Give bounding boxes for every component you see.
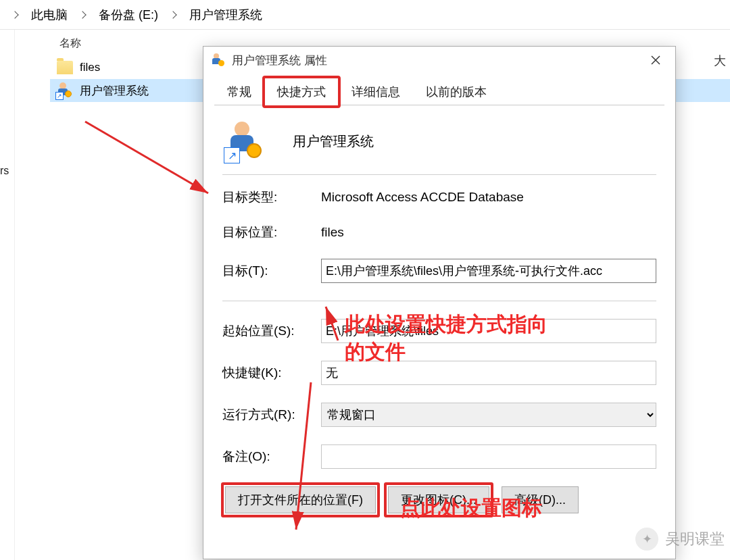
properties-dialog: 用户管理系统 属性 常规 快捷方式 详细信息 以前的版本 ↗ 用户管理系统 目标… <box>203 46 676 559</box>
advanced-button[interactable]: 高级(D)... <box>502 486 579 513</box>
run-mode-select[interactable]: 常规窗口 <box>321 403 656 427</box>
value-target-location: files <box>321 225 656 240</box>
breadcrumb-item-this-pc[interactable]: 此电脑 <box>26 4 73 26</box>
dialog-titlebar: 用户管理系统 属性 <box>203 47 675 74</box>
label-comment: 备注(O): <box>222 448 321 465</box>
shortcut-icon: ↗ <box>57 82 73 99</box>
value-target-type: Microsoft Access ACCDE Database <box>321 190 656 205</box>
label-run: 运行方式(R): <box>222 406 321 424</box>
app-icon: ↗ <box>226 122 266 161</box>
folder-icon <box>57 61 73 74</box>
breadcrumb-item-drive-e[interactable]: 备份盘 (E:) <box>93 4 164 26</box>
file-name: files <box>80 61 100 74</box>
start-in-input[interactable] <box>321 319 656 343</box>
wechat-icon: ✦ <box>635 528 658 551</box>
watermark: ✦ 吴明课堂 <box>635 528 725 551</box>
file-name: 用户管理系统 <box>80 83 149 99</box>
tab-shortcut[interactable]: 快捷方式 <box>264 78 339 105</box>
change-icon-button[interactable]: 更改图标(C)... <box>388 486 489 513</box>
tab-panel-shortcut: ↗ 用户管理系统 目标类型: Microsoft Access ACCDE Da… <box>214 105 664 559</box>
close-button[interactable] <box>640 49 671 71</box>
label-target-type: 目标类型: <box>222 188 321 206</box>
cropped-column-header: 大 <box>714 53 726 69</box>
dialog-title: 用户管理系统 属性 <box>232 53 640 68</box>
nav-column <box>15 30 50 560</box>
tab-general[interactable]: 常规 <box>214 78 264 105</box>
breadcrumb-item-folder[interactable]: 用户管理系统 <box>184 4 268 26</box>
chevron-right-icon <box>9 9 22 21</box>
watermark-text: 吴明课堂 <box>665 529 725 549</box>
tab-details[interactable]: 详细信息 <box>339 78 413 105</box>
open-file-location-button[interactable]: 打开文件所在的位置(F) <box>225 486 376 513</box>
label-target-location: 目标位置: <box>222 224 321 241</box>
divider <box>222 301 656 301</box>
dialog-tabs: 常规 快捷方式 详细信息 以前的版本 <box>203 78 675 105</box>
chevron-right-icon <box>168 9 180 21</box>
tab-previous-versions[interactable]: 以前的版本 <box>413 78 500 105</box>
comment-input[interactable] <box>321 444 656 469</box>
label-shortcut-key: 快捷键(K): <box>222 364 321 382</box>
dialog-title-icon <box>212 53 225 67</box>
close-icon <box>651 55 660 65</box>
label-target: 目标(T): <box>222 262 321 280</box>
breadcrumb: 此电脑 备份盘 (E:) 用户管理系统 <box>0 0 730 30</box>
chevron-right-icon <box>77 9 89 21</box>
side-strip: rs <box>0 30 15 560</box>
app-name-text: 用户管理系统 <box>293 132 374 151</box>
label-start-in: 起始位置(S): <box>222 322 321 340</box>
shortcut-key-input[interactable] <box>321 361 656 385</box>
target-input[interactable] <box>321 259 656 283</box>
